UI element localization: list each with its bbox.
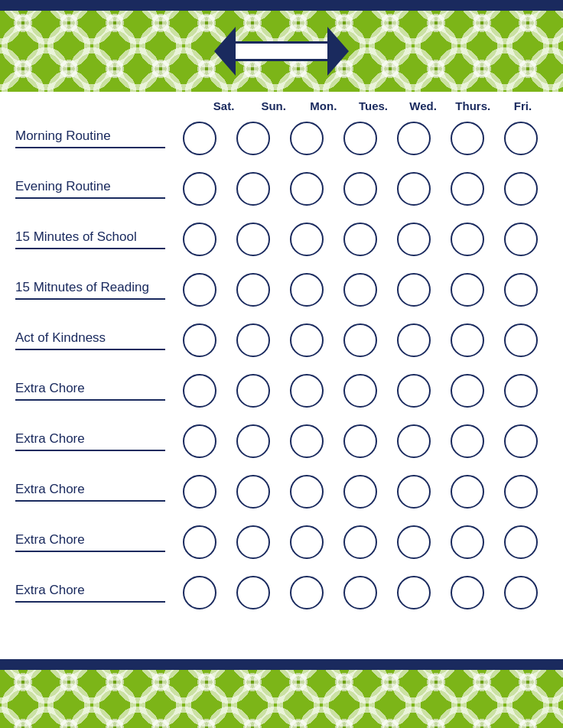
checkbox-circle[interactable] [504, 122, 538, 155]
checkbox-circle[interactable] [183, 525, 216, 559]
checkbox-circle[interactable] [290, 172, 324, 206]
checkbox-circle[interactable] [183, 323, 216, 357]
circle-cell [387, 525, 441, 559]
checkbox-circle[interactable] [451, 172, 484, 206]
checkbox-circle[interactable] [451, 475, 484, 509]
content-area: Sat.Sun.Mon.Tues.Wed.Thurs.Fri. Sat.Sun.… [0, 92, 563, 659]
task-label: 15 Mitnutes of Reading [15, 280, 165, 298]
checkbox-circle[interactable] [290, 424, 324, 458]
checkbox-circle[interactable] [290, 323, 324, 357]
checkbox-circle[interactable] [236, 273, 270, 307]
checkbox-circle[interactable] [343, 374, 377, 408]
checkbox-circle[interactable] [504, 273, 538, 307]
checkbox-circle[interactable] [504, 223, 538, 256]
circle-cell [280, 576, 334, 609]
checkbox-circle[interactable] [451, 223, 484, 256]
checkbox-circle[interactable] [504, 172, 538, 206]
circle-cell [387, 576, 441, 609]
checkbox-circle[interactable] [451, 122, 484, 155]
checkbox-circle[interactable] [236, 172, 270, 206]
checkbox-circle[interactable] [290, 525, 324, 559]
checkbox-circle[interactable] [183, 374, 216, 408]
checkbox-circle[interactable] [236, 122, 270, 155]
task-row: Act of Kindness [15, 316, 548, 365]
checkbox-circle[interactable] [343, 525, 377, 559]
checkbox-circle[interactable] [290, 374, 324, 408]
checkbox-circle[interactable] [504, 475, 538, 509]
circle-cell [173, 374, 226, 408]
circles-row [173, 424, 548, 458]
checkbox-circle[interactable] [504, 374, 538, 408]
checkbox-circle[interactable] [451, 576, 484, 609]
checkbox-circle[interactable] [343, 122, 377, 155]
checkbox-circle[interactable] [236, 223, 270, 256]
checkbox-circle[interactable] [397, 475, 431, 509]
checkbox-circle[interactable] [397, 273, 431, 307]
checkbox-circle[interactable] [290, 122, 324, 155]
checkbox-circle[interactable] [504, 424, 538, 458]
circle-cell [494, 122, 548, 155]
checkbox-circle[interactable] [183, 223, 216, 256]
checkbox-circle[interactable] [290, 223, 324, 256]
checkbox-circle[interactable] [397, 576, 431, 609]
checkbox-circle[interactable] [236, 323, 270, 357]
circle-cell [334, 475, 387, 509]
circle-cell [494, 374, 548, 408]
checkbox-circle[interactable] [397, 323, 431, 357]
circle-cell [173, 323, 226, 357]
checkbox-circle[interactable] [236, 475, 270, 509]
checkbox-circle[interactable] [343, 172, 377, 206]
circle-cell [494, 323, 548, 357]
circle-cell [441, 475, 494, 509]
checkbox-circle[interactable] [504, 525, 538, 559]
task-underline [15, 248, 165, 249]
task-underline [15, 601, 165, 603]
checkbox-circle[interactable] [397, 122, 431, 155]
task-label-area: Act of Kindness [15, 330, 173, 350]
checkbox-circle[interactable] [183, 576, 216, 609]
task-row: Evening Routine [15, 164, 548, 213]
checkbox-circle[interactable] [451, 323, 484, 357]
checkbox-circle[interactable] [183, 424, 216, 458]
checkbox-circle[interactable] [183, 273, 216, 307]
checkbox-circle[interactable] [183, 475, 216, 509]
circle-cell [334, 273, 387, 307]
task-label: Extra Chore [15, 583, 165, 601]
page: Sat.Sun.Mon.Tues.Wed.Thurs.Fri. Sat.Sun.… [0, 0, 563, 728]
checkbox-circle[interactable] [504, 323, 538, 357]
task-underline [15, 399, 165, 401]
circle-cell [226, 374, 280, 408]
circle-cell [280, 172, 334, 206]
checkbox-circle[interactable] [343, 223, 377, 256]
circle-cell [387, 223, 441, 256]
checkbox-circle[interactable] [397, 424, 431, 458]
checkbox-circle[interactable] [451, 374, 484, 408]
circle-cell [226, 525, 280, 559]
checkbox-circle[interactable] [290, 475, 324, 509]
checkbox-circle[interactable] [290, 273, 324, 307]
checkbox-circle[interactable] [451, 273, 484, 307]
checkbox-circle[interactable] [397, 223, 431, 256]
circle-cell [334, 576, 387, 609]
checkbox-circle[interactable] [343, 273, 377, 307]
checkbox-circle[interactable] [183, 122, 216, 155]
checkbox-circle[interactable] [236, 424, 270, 458]
task-underline [15, 500, 165, 502]
checkbox-circle[interactable] [343, 323, 377, 357]
checkbox-circle[interactable] [397, 525, 431, 559]
checkbox-circle[interactable] [343, 475, 377, 509]
checkbox-circle[interactable] [343, 576, 377, 609]
checkbox-circle[interactable] [343, 424, 377, 458]
checkbox-circle[interactable] [183, 172, 216, 206]
checkbox-circle[interactable] [236, 576, 270, 609]
checkbox-circle[interactable] [236, 525, 270, 559]
checkbox-circle[interactable] [397, 374, 431, 408]
checkbox-circle[interactable] [290, 576, 324, 609]
checkbox-circle[interactable] [397, 172, 431, 206]
checkbox-circle[interactable] [236, 374, 270, 408]
checkbox-circle[interactable] [451, 424, 484, 458]
circle-cell [334, 323, 387, 357]
task-grid: Sat.Sun.Mon.Tues.Wed.Thurs.Fri.Morning R… [15, 99, 548, 617]
checkbox-circle[interactable] [451, 525, 484, 559]
checkbox-circle[interactable] [504, 576, 538, 609]
